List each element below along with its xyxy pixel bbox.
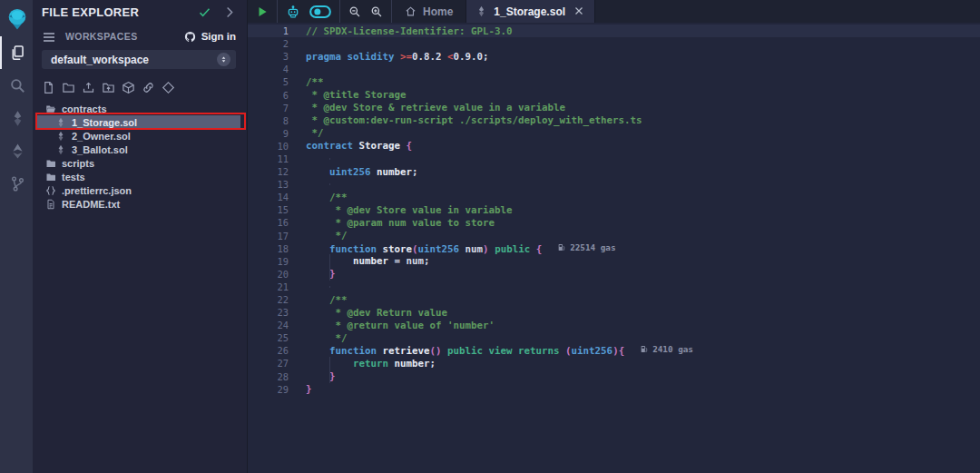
code-line: 13 — [248, 178, 980, 191]
tree-item-contracts[interactable]: contracts — [33, 102, 247, 115]
line-content: /** — [306, 192, 348, 203]
line-content: /** — [306, 76, 324, 88]
code-editor[interactable]: 1// SPDX-License-Identifier: GPL-3.023pr… — [248, 23, 980, 473]
line-number: 10 — [248, 141, 289, 152]
file-label: 3_Ballot.sol — [72, 144, 128, 155]
line-number: 19 — [248, 256, 289, 267]
play-icon — [256, 5, 269, 18]
code-line: 10contract Storage { — [248, 140, 980, 153]
line-number: 29 — [248, 384, 289, 395]
tree-item-.prettierrc.json[interactable]: .prettierrc.json — [33, 183, 247, 197]
upload-file-icon[interactable] — [82, 81, 95, 94]
code-line: 1// SPDX-License-Identifier: GPL-3.0 — [248, 25, 980, 37]
line-content: /** — [306, 294, 348, 306]
line-content: * @return value of 'number' — [306, 320, 495, 331]
folder-icon — [45, 158, 56, 169]
code-line: 2 — [248, 37, 980, 50]
code-line: 12 uint256 number; — [248, 165, 980, 178]
line-number: 9 — [248, 128, 289, 139]
sign-in-button[interactable]: Sign in — [183, 30, 236, 44]
activity-search[interactable] — [0, 69, 33, 102]
workspaces-menu-icon[interactable] — [42, 30, 56, 43]
tree-item-3_Ballot.sol[interactable]: 3_Ballot.sol — [33, 143, 247, 156]
workspaces-row: WORKSPACES Sign in — [33, 29, 247, 44]
code-line: 20 } — [248, 268, 980, 281]
line-number: 17 — [248, 231, 289, 241]
activity-remix-logo[interactable] — [0, 2, 33, 36]
file-explorer-panel: FILE EXPLORER WORKSPACES Sign in default… — [33, 0, 248, 473]
line-number: 16 — [248, 217, 289, 228]
line-number: 24 — [248, 320, 289, 330]
link-icon[interactable] — [142, 81, 155, 94]
tree-item-1_Storage.sol[interactable]: 1_Storage.sol — [37, 115, 240, 129]
gas-estimate-badge: 22514 gas — [557, 242, 615, 252]
line-content: } — [306, 268, 336, 280]
tab-Home[interactable]: Home — [392, 0, 466, 23]
code-line: 22 /** — [248, 293, 980, 306]
line-number: 18 — [248, 243, 289, 254]
line-number: 22 — [248, 294, 289, 305]
line-number: 1 — [248, 25, 289, 36]
file-label: .prettierrc.json — [62, 185, 132, 196]
activity-bar — [0, 0, 33, 473]
zoom-in-button[interactable] — [370, 5, 383, 18]
activity-solidity-compiler[interactable] — [0, 102, 33, 134]
line-number: 7 — [248, 103, 289, 113]
run-button[interactable] — [256, 5, 269, 18]
gist-icon[interactable] — [162, 81, 175, 94]
upload-folder-icon[interactable] — [102, 81, 115, 94]
line-number: 15 — [248, 204, 289, 215]
line-content: contract Storage { — [306, 140, 412, 152]
remix-ai-button[interactable] — [286, 5, 300, 19]
toolbar-group — [340, 0, 392, 23]
workspace-select[interactable]: default_workspace — [42, 50, 236, 69]
sign-in-label: Sign in — [201, 31, 236, 42]
tree-item-scripts[interactable]: scripts — [33, 156, 247, 170]
tab-1_Storage.sol[interactable]: 1_Storage.sol — [466, 0, 595, 23]
robot-icon — [286, 5, 300, 19]
ai-toggle[interactable] — [309, 5, 331, 18]
line-content: // SPDX-License-Identifier: GPL-3.0 — [306, 25, 513, 37]
file-label: scripts — [62, 158, 94, 169]
line-number: 8 — [248, 115, 289, 126]
tab-label: Home — [423, 5, 453, 18]
line-content: * @dev Return value — [306, 307, 447, 319]
search-icon — [9, 77, 26, 94]
code-line: 4 — [248, 63, 980, 75]
line-number: 11 — [248, 153, 289, 164]
line-number: 28 — [248, 371, 289, 382]
home-icon — [405, 5, 416, 17]
new-file-icon[interactable] — [42, 81, 55, 94]
deploy-icon — [9, 143, 26, 160]
zoom-in-icon — [370, 5, 383, 18]
tree-item-2_Owner.sol[interactable]: 2_Owner.sol — [33, 129, 247, 143]
tree-item-README.txt[interactable]: README.txt — [33, 197, 247, 211]
tree-item-tests[interactable]: tests — [33, 170, 247, 183]
new-folder-icon[interactable] — [62, 81, 75, 94]
braces-icon — [45, 185, 56, 196]
activity-file-explorer[interactable] — [0, 36, 33, 69]
solidity-icon — [475, 5, 487, 17]
line-number: 5 — [248, 76, 289, 87]
file-tree: contracts1_Storage.sol2_Owner.sol3_Ballo… — [33, 102, 247, 211]
files-icon — [9, 44, 26, 62]
close-icon[interactable] — [573, 5, 585, 17]
activity-git[interactable] — [0, 167, 33, 200]
workspace-updown-icon[interactable] — [217, 53, 230, 66]
line-content: */ — [306, 332, 348, 344]
file-label: 2_Owner.sol — [72, 131, 131, 142]
file-label: tests — [62, 172, 85, 182]
check-icon[interactable] — [198, 5, 211, 19]
line-number: 21 — [248, 281, 289, 292]
code-line: 14 /** — [248, 191, 980, 203]
toggle-icon — [309, 5, 331, 18]
file-label: README.txt — [62, 199, 120, 210]
line-number: 23 — [248, 307, 289, 318]
line-content: * @dev Store value in variable — [306, 204, 513, 216]
activity-deploy-run[interactable] — [0, 134, 33, 167]
line-content: * @title Storage — [306, 89, 407, 101]
solidity-icon — [55, 144, 66, 155]
chevron-right-icon[interactable] — [222, 5, 236, 19]
zoom-out-button[interactable] — [348, 5, 361, 18]
box-icon[interactable] — [122, 81, 135, 94]
